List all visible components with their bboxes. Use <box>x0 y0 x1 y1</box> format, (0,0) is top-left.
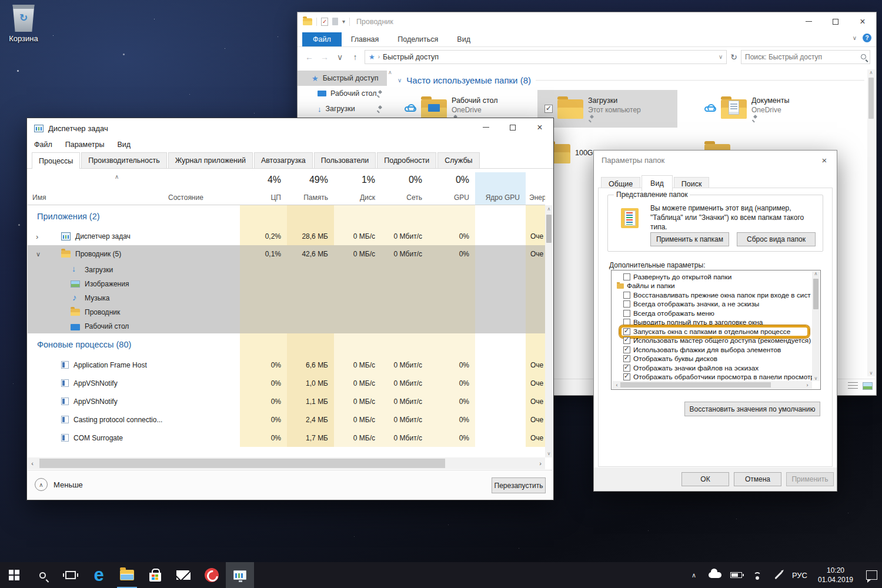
table-row[interactable]: Проводник <box>28 305 545 319</box>
option-checkbox[interactable] <box>623 337 630 344</box>
explorer-maximize-button[interactable] <box>822 12 849 31</box>
tab[interactable]: Процессы <box>32 152 80 169</box>
scrollbar-thumb[interactable] <box>620 382 771 387</box>
column-gpu-core[interactable]: Ядро GPU <box>475 172 526 205</box>
column-name[interactable]: ∧ Имя <box>28 172 163 205</box>
table-row[interactable]: AppVShNotify 0% 1,0 МБ 0 МБ/с 0 Мбит/с 0… <box>28 374 545 392</box>
option-checkbox[interactable] <box>623 273 630 280</box>
explorer-minimize-button[interactable] <box>795 12 822 31</box>
table-row[interactable]: Изображения <box>28 277 545 291</box>
apply-to-folders-button[interactable]: Применить к папкам <box>650 232 729 246</box>
restart-button[interactable]: Перезапустить <box>492 477 546 493</box>
option-checkbox[interactable] <box>623 328 630 335</box>
option-checkbox[interactable] <box>623 373 630 380</box>
address-dropdown-icon[interactable]: ∨ <box>719 54 723 60</box>
table-row[interactable]: Музыка <box>28 291 545 305</box>
restore-defaults-button[interactable]: Восстановить значения по умолчанию <box>684 402 820 416</box>
tm-close-button[interactable]: × <box>526 118 553 136</box>
option-row[interactable]: Запускать окна с папками в отдельном про… <box>612 327 812 336</box>
table-row[interactable]: Фоновые процессы (80) <box>28 333 545 356</box>
table-scrollbar-horizontal[interactable]: ‹ › <box>28 457 545 469</box>
thumbnail-view-icon[interactable] <box>863 382 873 390</box>
table-row[interactable]: Рабочий стол <box>28 319 545 333</box>
option-checkbox[interactable] <box>623 346 630 353</box>
option-checkbox[interactable] <box>623 355 630 362</box>
task-view-button[interactable] <box>56 562 85 588</box>
menu-item[interactable]: Параметры <box>65 141 105 149</box>
up-button[interactable]: ↑ <box>349 52 361 62</box>
tab[interactable]: Службы <box>437 152 479 168</box>
scrollbar-thumb[interactable] <box>39 459 445 468</box>
tab[interactable]: Подробности <box>377 152 436 168</box>
column-memory[interactable]: 49%Память <box>287 172 334 205</box>
tab[interactable]: Журнал приложений <box>168 152 253 168</box>
dialog-tab[interactable]: Вид <box>642 175 673 191</box>
file-explorer-button[interactable] <box>113 562 141 588</box>
language-indicator[interactable]: РУС <box>789 571 810 580</box>
search-icon[interactable] <box>861 54 866 59</box>
option-row[interactable]: Восстанавливать прежние окна папок при в… <box>612 290 812 300</box>
scrollbar-thumb[interactable] <box>546 215 552 243</box>
refresh-icon[interactable]: ↻ <box>730 52 737 62</box>
tile-checkbox[interactable] <box>544 105 553 113</box>
tab[interactable]: Производительность <box>81 152 166 168</box>
taskbar-search-button[interactable] <box>28 562 56 588</box>
sidebar-item[interactable]: ★ ↓ Быстрый доступ <box>298 71 387 86</box>
breadcrumb-text[interactable]: Быстрый доступ <box>383 53 439 61</box>
ribbon-tab[interactable]: Поделиться <box>388 32 447 46</box>
list-scrollbar-vertical[interactable]: ∧ ∨ <box>812 271 820 381</box>
column-status[interactable]: Состояние <box>163 172 240 205</box>
table-row[interactable]: Application Frame Host 0% 6,6 МБ 0 МБ/с … <box>28 356 545 374</box>
sidebar-scroll-up-icon[interactable]: ∧ <box>388 69 392 75</box>
table-row[interactable]: AppVShNotify 0% 1,1 МБ 0 МБ/с 0 Мбит/с 0… <box>28 392 545 410</box>
option-row[interactable]: Отображать значки файлов на эскизах <box>612 363 812 373</box>
fewer-details-button[interactable]: ∧ Меньше <box>35 478 83 491</box>
breadcrumb[interactable]: ★ › Быстрый доступ ∨ <box>365 50 727 64</box>
ribbon-tab[interactable]: Главная <box>342 32 389 46</box>
cancel-button[interactable]: Отмена <box>734 472 781 486</box>
qat-customize-icon[interactable]: ▾ <box>342 18 345 25</box>
tray-expand-button[interactable]: ∧ <box>683 572 704 579</box>
option-checkbox[interactable] <box>623 292 630 299</box>
option-row[interactable]: Использовать мастер общего доступа (реко… <box>612 336 812 346</box>
option-checkbox[interactable] <box>623 310 630 317</box>
details-view-icon[interactable] <box>848 382 858 390</box>
recycle-bin-icon[interactable] <box>12 5 35 32</box>
option-row[interactable]: Отображать буквы дисков <box>612 355 812 364</box>
expander-icon[interactable] <box>36 250 41 258</box>
search-input[interactable] <box>745 53 861 61</box>
recycle-bin[interactable]: Корзина <box>5 5 42 43</box>
expander-icon[interactable] <box>36 232 38 241</box>
option-row[interactable]: Файлы и папки <box>612 282 812 291</box>
mail-button[interactable] <box>169 562 198 588</box>
column-gpu[interactable]: 0%GPU <box>428 172 475 205</box>
tab[interactable]: Пользователи <box>314 152 376 168</box>
tm-maximize-button[interactable] <box>499 118 526 136</box>
ribbon-tab[interactable]: Файл <box>302 32 342 46</box>
apply-button[interactable]: Применить <box>786 472 834 486</box>
qat-newfolder-icon[interactable] <box>332 18 338 25</box>
ribbon-tab[interactable]: Вид <box>447 32 480 46</box>
table-row[interactable]: COM Surrogate 0% 1,7 МБ 0 МБ/с 0 Мбит/с … <box>28 429 545 447</box>
option-row[interactable]: Всегда отображать значки, а не эскизы <box>612 300 812 309</box>
option-row[interactable]: Использовать флажки для выбора элементов <box>612 345 812 355</box>
edge-button[interactable]: e <box>85 562 113 588</box>
column-power[interactable]: Энерго <box>526 172 545 205</box>
table-row[interactable]: Загрузки <box>28 263 545 277</box>
menu-item[interactable]: Файл <box>34 141 52 149</box>
option-row[interactable]: Всегда отображать меню <box>612 309 812 318</box>
explorer-scrollbar[interactable]: ∧ ∨ <box>867 69 875 376</box>
table-row[interactable]: Диспетчер задач 0,2% 28,6 МБ 0 МБ/с 0 Мб… <box>28 228 545 245</box>
scrollbar-thumb[interactable] <box>813 279 818 309</box>
start-button[interactable] <box>0 562 28 588</box>
option-row[interactable]: Отображать обработчики просмотра в панел… <box>612 373 812 382</box>
reset-folders-button[interactable]: Сброс вида папок <box>737 232 816 246</box>
onedrive-tray-button[interactable] <box>704 572 726 578</box>
forward-button[interactable]: → <box>319 52 330 62</box>
task-manager-button[interactable] <box>226 562 254 588</box>
option-row[interactable]: Выводить полный путь в заголовке окна <box>612 318 812 328</box>
option-checkbox[interactable] <box>623 365 630 372</box>
battery-tray-button[interactable] <box>726 572 747 578</box>
option-row[interactable]: Развернуть до открытой папки <box>612 272 812 282</box>
list-scrollbar-horizontal[interactable]: ‹ › <box>612 381 812 389</box>
